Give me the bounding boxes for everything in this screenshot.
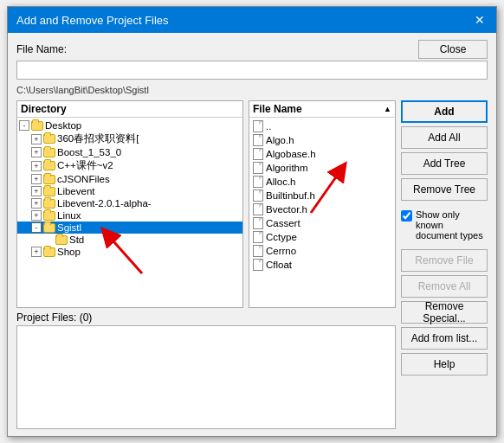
expand-icon[interactable]: + bbox=[31, 198, 42, 209]
show-known-types-checkbox[interactable] bbox=[401, 210, 412, 222]
folder-icon bbox=[43, 175, 55, 184]
expand-icon[interactable]: + bbox=[31, 161, 42, 171]
file-icon bbox=[253, 134, 263, 146]
tree-panel-body[interactable]: - Desktop + 360春招求职资料[ + bbox=[17, 118, 242, 307]
file-name-col-header: File Name ▲ bbox=[249, 101, 395, 118]
remove-file-button[interactable]: Remove File bbox=[401, 249, 488, 272]
expand-icon[interactable]: + bbox=[31, 174, 42, 184]
files-panel-body[interactable]: .. Algo.h Algobase.h bbox=[249, 118, 395, 307]
folder-icon bbox=[43, 187, 55, 196]
file-item-label: Cerrno bbox=[266, 246, 296, 256]
file-item[interactable]: Algo.h bbox=[249, 133, 395, 147]
remove-all-button[interactable]: Remove All bbox=[401, 275, 488, 298]
file-icon bbox=[253, 217, 263, 229]
file-icon bbox=[253, 176, 263, 188]
tree-item-label: Boost_1_53_0 bbox=[57, 147, 121, 157]
folder-icon bbox=[43, 247, 55, 257]
file-icon bbox=[253, 120, 263, 132]
project-files-section: Project Files: (0) bbox=[16, 311, 396, 429]
checkbox-section: Show only known document types bbox=[401, 208, 488, 242]
file-item[interactable]: Algorithm bbox=[249, 161, 395, 175]
expand-icon[interactable]: - bbox=[19, 120, 29, 131]
tree-item[interactable]: + cJSONFiles bbox=[17, 173, 242, 185]
file-item-label: Cctype bbox=[266, 232, 297, 242]
scroll-indicator: ▲ bbox=[384, 105, 391, 113]
file-icon bbox=[253, 162, 263, 174]
tree-item-selected[interactable]: - Sgistl bbox=[17, 222, 242, 234]
project-files-box[interactable] bbox=[16, 325, 396, 429]
file-item[interactable]: Algobase.h bbox=[249, 147, 395, 161]
directory-tree-panel: Directory - Desktop + 360春招求职 bbox=[16, 100, 243, 308]
file-icon bbox=[253, 245, 263, 257]
tree-item-label: Libevent bbox=[57, 186, 94, 196]
tree-item-label: Sgistl bbox=[57, 222, 81, 233]
file-item[interactable]: Bvector.h bbox=[249, 202, 395, 216]
add-from-list-button[interactable]: Add from list... bbox=[401, 327, 488, 350]
file-item[interactable]: Cfloat bbox=[249, 258, 395, 272]
show-known-types-label[interactable]: Show only known document types bbox=[401, 209, 488, 241]
add-all-button[interactable]: Add All bbox=[401, 126, 488, 149]
tree-item-label: Std bbox=[69, 234, 84, 245]
remove-special-button[interactable]: Remove Special... bbox=[401, 301, 488, 324]
expand-icon[interactable]: + bbox=[31, 210, 42, 221]
file-item-label: .. bbox=[266, 121, 271, 132]
tree-item[interactable]: + Linux bbox=[17, 209, 242, 222]
remove-tree-button[interactable]: Remove Tree bbox=[401, 178, 488, 201]
file-item-label: Builtinbuf.h bbox=[266, 190, 315, 201]
tree-item[interactable]: Std bbox=[17, 234, 242, 246]
file-icon bbox=[253, 203, 263, 215]
add-tree-button[interactable]: Add Tree bbox=[401, 152, 488, 175]
tree-item[interactable]: + Shop bbox=[17, 246, 242, 258]
file-item-label: Alloc.h bbox=[266, 177, 296, 187]
file-icon bbox=[253, 231, 263, 243]
expand-icon[interactable]: + bbox=[31, 134, 42, 144]
files-panel: File Name ▲ .. Algo.h bbox=[249, 100, 396, 308]
file-icon bbox=[253, 259, 263, 271]
file-item[interactable]: Alloc.h bbox=[249, 175, 395, 189]
title-bar-close-button[interactable]: ✕ bbox=[472, 12, 488, 28]
dialog-title: Add and Remove Project Files bbox=[16, 14, 169, 27]
tree-item-label: Libevent-2.0.1-alpha- bbox=[57, 198, 152, 209]
file-item[interactable]: Builtinbuf.h bbox=[249, 189, 395, 202]
dialog-body: File Name: Close C:\Users\langBit\Deskto… bbox=[8, 33, 496, 436]
file-item[interactable]: Cassert bbox=[249, 216, 395, 230]
tree-item[interactable]: + Boost_1_53_0 bbox=[17, 146, 242, 158]
tree-item[interactable]: + 360春招求职资料[ bbox=[17, 132, 242, 146]
file-item-label: Cassert bbox=[266, 218, 300, 228]
file-item[interactable]: Cctype bbox=[249, 230, 395, 244]
help-button[interactable]: Help bbox=[401, 353, 488, 376]
folder-icon bbox=[43, 161, 55, 170]
expand-icon[interactable]: + bbox=[31, 147, 42, 157]
tree-item-label: Desktop bbox=[45, 120, 81, 131]
expand-icon[interactable]: + bbox=[31, 247, 42, 257]
tree-item[interactable]: + C++课件~v2 bbox=[17, 158, 242, 173]
directory-label: Directory bbox=[17, 101, 242, 118]
folder-icon bbox=[43, 148, 55, 157]
expand-icon[interactable]: + bbox=[31, 186, 42, 196]
panels-row: Directory - Desktop + 360春招求职 bbox=[16, 100, 396, 308]
file-item[interactable]: Cerrno bbox=[249, 244, 395, 258]
expand-icon[interactable]: - bbox=[31, 222, 42, 233]
current-path: C:\Users\langBit\Desktop\Sgistl bbox=[16, 85, 488, 95]
tree-item[interactable]: + Libevent-2.0.1-alpha- bbox=[17, 197, 242, 209]
tree-item[interactable]: + Libevent bbox=[17, 185, 242, 197]
file-item-label: Cfloat bbox=[266, 260, 292, 270]
file-item-label: Bvector.h bbox=[266, 204, 307, 215]
close-button[interactable]: Close bbox=[418, 40, 488, 59]
folder-icon bbox=[43, 199, 55, 209]
add-button[interactable]: Add bbox=[401, 100, 488, 123]
tree-item-label: cJSONFiles bbox=[57, 174, 110, 184]
right-panel: Add Add All Add Tree Remove Tree Show on… bbox=[401, 100, 488, 429]
tree-item-label: Linux bbox=[57, 210, 81, 221]
folder-icon bbox=[43, 211, 55, 221]
file-name-label: File Name: bbox=[16, 43, 67, 55]
file-icon bbox=[253, 189, 263, 202]
tree-item[interactable]: - Desktop bbox=[17, 119, 242, 132]
checkbox-label: Show only known document types bbox=[416, 209, 488, 241]
file-name-section: File Name: Close bbox=[16, 40, 488, 80]
left-panel: Directory - Desktop + 360春招求职 bbox=[16, 100, 396, 429]
file-item[interactable]: .. bbox=[249, 119, 395, 133]
file-name-input[interactable] bbox=[16, 61, 488, 80]
folder-icon bbox=[43, 134, 55, 144]
title-bar: Add and Remove Project Files ✕ bbox=[8, 7, 496, 33]
